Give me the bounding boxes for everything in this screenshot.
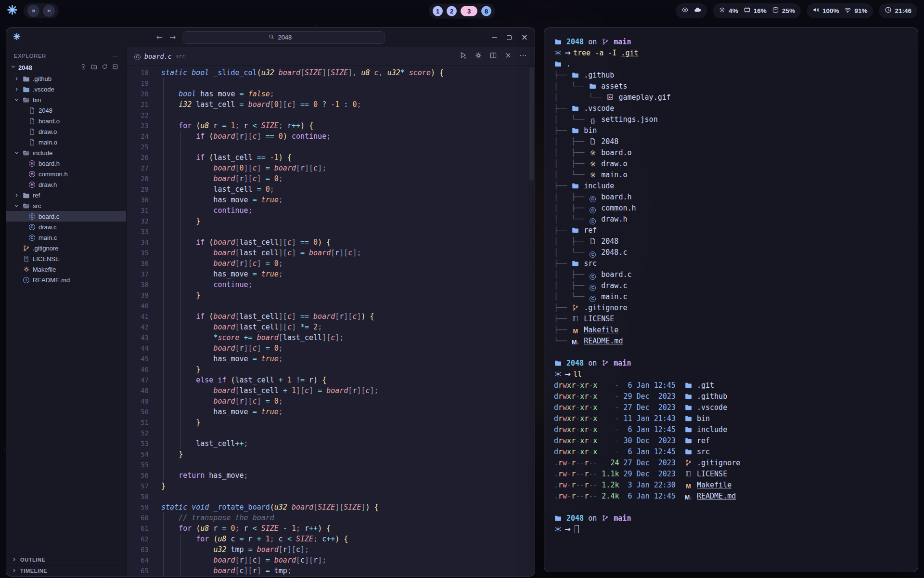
code-line-27[interactable]: 27 board[0][c] = board[r][c]; xyxy=(127,163,535,173)
code-line-58[interactable]: 58 xyxy=(127,491,535,502)
nav-back-icon[interactable]: ← xyxy=(156,33,163,42)
code-editor[interactable]: 18static bool _slide_col(u32 board[SIZE]… xyxy=(127,66,535,576)
explorer-item-board.c[interactable]: Cboard.c xyxy=(6,211,126,222)
code-line-31[interactable]: 31 continue; xyxy=(127,205,535,216)
code-line-41[interactable]: 41 if (board[last_cell][c] == board[r][c… xyxy=(127,311,535,322)
explorer-item-LICENSE[interactable]: LICENSE xyxy=(6,253,126,264)
code-line-21[interactable]: 21 i32 last_cell = board[0][c] == 0 ? -1… xyxy=(127,99,535,110)
collapse-all-icon[interactable] xyxy=(112,64,118,71)
editor-scrollbar[interactable] xyxy=(529,67,534,181)
workspace-1[interactable]: 1 xyxy=(433,6,443,16)
code-line-42[interactable]: 42 board[last_cell][c] *= 2; xyxy=(127,322,535,332)
nav-forward-icon[interactable]: → xyxy=(169,33,176,42)
code-line-25[interactable]: 25 xyxy=(127,142,535,152)
distro-logo-icon[interactable] xyxy=(7,4,18,17)
explorer-item-include[interactable]: include xyxy=(6,147,126,158)
code-line-44[interactable]: 44 board[r][c] = 0; xyxy=(127,343,535,354)
system-stats[interactable]: 4% 16% 25% xyxy=(713,3,801,18)
code-line-47[interactable]: 47 else if (last_cell + 1 != r) { xyxy=(127,375,535,385)
explorer-item-2048[interactable]: 2048 xyxy=(6,105,126,116)
terminal-content[interactable]: 2048 on main → tree -a -I .git .├── .git… xyxy=(554,37,908,535)
code-line-50[interactable]: 50 has_move = true; xyxy=(127,407,535,417)
command-center-search[interactable] xyxy=(182,31,385,44)
code-line-49[interactable]: 49 board[r][c] = 0; xyxy=(127,396,535,407)
explorer-item-ref[interactable]: ref xyxy=(6,190,126,200)
explorer-item-src[interactable]: src xyxy=(6,200,126,211)
code-line-56[interactable]: 56 return has_move; xyxy=(127,470,535,481)
explorer-item-main.c[interactable]: Cmain.c xyxy=(6,232,126,243)
code-line-29[interactable]: 29 last_cell = 0; xyxy=(127,184,535,195)
media-prev-button[interactable] xyxy=(27,5,39,17)
explorer-item-.github[interactable]: .github xyxy=(6,73,126,84)
search-input[interactable] xyxy=(278,34,299,41)
code-line-52[interactable]: 52 xyxy=(127,428,535,438)
code-line-20[interactable]: 20 bool has_move = false; xyxy=(127,89,535,99)
code-line-55[interactable]: 55 xyxy=(127,460,535,470)
explorer-item-Makefile[interactable]: Makefile xyxy=(6,264,126,275)
screen-widgets[interactable] xyxy=(676,3,707,18)
explorer-item-board.h[interactable]: Hboard.h xyxy=(6,158,126,169)
explorer-item-draw.c[interactable]: Cdraw.c xyxy=(6,222,126,232)
code-line-22[interactable]: 22 xyxy=(127,110,535,120)
explorer-root[interactable]: 2048 xyxy=(6,62,126,73)
workspace-3[interactable]: 3 xyxy=(461,6,477,16)
code-line-37[interactable]: 37 has_move = true; xyxy=(127,269,535,279)
close-button[interactable]: × xyxy=(521,33,528,41)
code-line-35[interactable]: 35 board[last_cell][c] = board[r][c]; xyxy=(127,248,535,258)
code-line-39[interactable]: 39 } xyxy=(127,290,535,301)
refresh-icon[interactable] xyxy=(102,64,108,71)
code-line-18[interactable]: 18static bool _slide_col(u32 board[SIZE]… xyxy=(127,67,535,78)
code-line-43[interactable]: 43 *score += board[last_cell][c]; xyxy=(127,332,535,343)
code-line-61[interactable]: 61 for (u8 r = 0; r < SIZE - 1; r++) { xyxy=(127,523,535,534)
clock-widget[interactable]: 21:46 xyxy=(879,3,917,18)
workspace-8[interactable]: 8 xyxy=(481,6,491,16)
explorer-item-common.h[interactable]: Hcommon.h xyxy=(6,169,126,179)
explorer-item-draw.o[interactable]: draw.o xyxy=(6,126,126,137)
split-editor-icon[interactable] xyxy=(489,52,497,61)
code-line-40[interactable]: 40 xyxy=(127,301,535,311)
code-line-48[interactable]: 48 board[last_cell + 1][c] = board[r][c]… xyxy=(127,385,535,396)
explorer-item-bin[interactable]: bin xyxy=(6,94,126,105)
workspace-2[interactable]: 2 xyxy=(447,6,457,16)
code-line-64[interactable]: 64 board[r][c] = board[c][r]; xyxy=(127,555,535,565)
explorer-item-.vscode[interactable]: .vscode xyxy=(6,84,126,94)
explorer-item-main.o[interactable]: main.o xyxy=(6,137,126,147)
code-line-28[interactable]: 28 board[r][c] = 0; xyxy=(127,173,535,184)
code-line-24[interactable]: 24 if (board[r][c] == 0) continue; xyxy=(127,131,535,142)
explorer-item-board.o[interactable]: board.o xyxy=(6,116,126,126)
code-line-26[interactable]: 26 if (last_cell == -1) { xyxy=(127,152,535,163)
code-line-32[interactable]: 32 } xyxy=(127,216,535,226)
tab-board-c[interactable]: C board.c src xyxy=(127,47,193,65)
code-line-36[interactable]: 36 board[r][c] = 0; xyxy=(127,258,535,269)
explorer-item-.gitignore[interactable]: .gitignore xyxy=(6,243,126,253)
more-actions-icon[interactable] xyxy=(519,52,527,61)
code-line-19[interactable]: 19 xyxy=(127,78,535,89)
code-line-46[interactable]: 46 } xyxy=(127,364,535,375)
run-button-icon[interactable] xyxy=(459,51,467,61)
panel-outline[interactable]: OUTLINE xyxy=(6,554,126,565)
explorer-more-icon[interactable]: ⋯ xyxy=(113,53,118,59)
new-folder-icon[interactable] xyxy=(91,64,97,71)
minimize-button[interactable] xyxy=(492,37,497,38)
code-line-63[interactable]: 63 u32 tmp = board[r][c]; xyxy=(127,544,535,555)
code-line-53[interactable]: 53 last_cell++; xyxy=(127,438,535,449)
code-line-65[interactable]: 65 board[c][r] = tmp; xyxy=(127,565,535,576)
code-line-30[interactable]: 30 has_move = true; xyxy=(127,195,535,205)
code-line-59[interactable]: 59static void _rotate_board(u32 board[SI… xyxy=(127,502,535,512)
code-line-57[interactable]: 57} xyxy=(127,481,535,491)
gear-icon[interactable] xyxy=(475,52,482,61)
audio-network[interactable]: 100% 91% xyxy=(807,3,873,18)
code-line-34[interactable]: 34 if (board[last_cell][c] == 0) { xyxy=(127,237,535,248)
code-line-38[interactable]: 38 continue; xyxy=(127,279,535,290)
code-line-54[interactable]: 54 } xyxy=(127,449,535,460)
explorer-item-draw.h[interactable]: Hdraw.h xyxy=(6,179,126,190)
media-next-button[interactable] xyxy=(43,5,55,17)
code-line-23[interactable]: 23 for (u8 r = 1; r < SIZE; r++) { xyxy=(127,120,535,131)
code-line-62[interactable]: 62 for (u8 c = r + 1; c < SIZE; c++) { xyxy=(127,534,535,544)
close-editor-icon[interactable] xyxy=(504,52,512,61)
explorer-item-README.md[interactable]: iREADME.md xyxy=(6,275,126,285)
code-line-33[interactable]: 33 xyxy=(127,226,535,237)
code-line-60[interactable]: 60 // transpose the board xyxy=(127,512,535,523)
new-file-icon[interactable] xyxy=(80,64,87,71)
maximize-button[interactable] xyxy=(507,35,512,40)
